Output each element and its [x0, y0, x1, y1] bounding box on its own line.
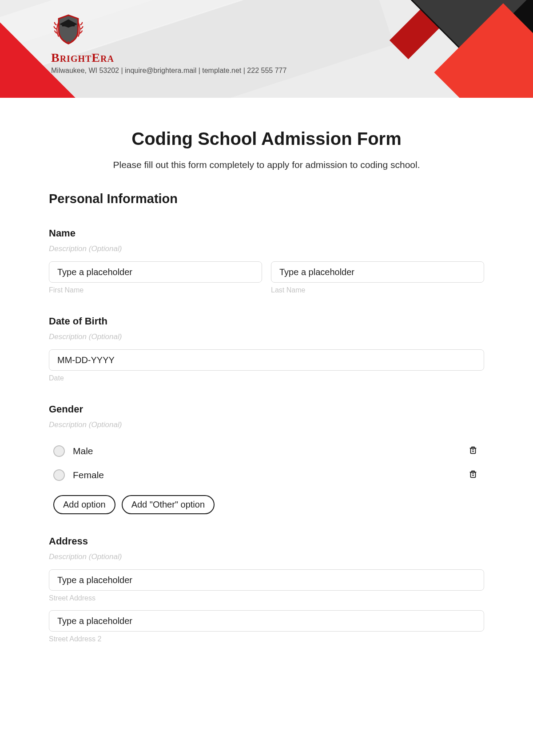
radio-male[interactable] [53, 445, 65, 457]
field-label-dob: Date of Birth [49, 316, 484, 327]
form-body: Coding School Admission Form Please fill… [0, 98, 533, 669]
brand-contact-line: Milwaukee, WI 53202 | inquire@brightera.… [51, 67, 533, 75]
field-description: Description (Optional) [49, 420, 484, 429]
radio-female[interactable] [53, 469, 65, 481]
field-description: Description (Optional) [49, 244, 484, 253]
svg-rect-6 [471, 472, 476, 477]
section-personal-information: Personal Information [49, 192, 484, 206]
field-description: Description (Optional) [49, 332, 484, 341]
sublabel-first-name: First Name [49, 286, 262, 294]
street-address-input[interactable] [49, 569, 484, 591]
svg-point-4 [71, 40, 72, 41]
letterhead-header: BrightEra Milwaukee, WI 53202 | inquire@… [0, 0, 533, 98]
field-label-address: Address [49, 536, 484, 547]
sublabel-date: Date [49, 374, 484, 382]
add-other-option-button[interactable]: Add "Other" option [122, 495, 215, 514]
field-gender: Gender Description (Optional) Male Femal… [49, 404, 484, 514]
gender-option-row: Female [49, 463, 484, 487]
brand-name: BrightEra [51, 51, 533, 65]
svg-point-2 [64, 40, 66, 41]
svg-point-3 [68, 41, 69, 43]
first-name-input[interactable] [49, 261, 262, 283]
dob-input[interactable] [49, 349, 484, 371]
field-name: Name Description (Optional) First Name L… [49, 228, 484, 294]
brand-block: BrightEra Milwaukee, WI 53202 | inquire@… [0, 0, 533, 75]
last-name-input[interactable] [271, 261, 484, 283]
radio-label-male: Male [73, 446, 93, 456]
field-label-name: Name [49, 228, 484, 239]
sublabel-street-address-2: Street Address 2 [49, 635, 484, 643]
brand-logo-icon [51, 12, 86, 47]
field-description: Description (Optional) [49, 552, 484, 561]
field-date-of-birth: Date of Birth Description (Optional) Dat… [49, 316, 484, 382]
field-label-gender: Gender [49, 404, 484, 415]
street-address-2-input[interactable] [49, 610, 484, 632]
trash-icon[interactable] [468, 468, 478, 482]
add-option-button[interactable]: Add option [53, 495, 115, 514]
svg-rect-5 [471, 448, 476, 453]
trash-icon[interactable] [468, 444, 478, 458]
sublabel-street-address: Street Address [49, 594, 484, 602]
form-title: Coding School Admission Form [49, 129, 484, 149]
field-address: Address Description (Optional) Street Ad… [49, 536, 484, 643]
form-subtitle: Please fill out this form completely to … [49, 160, 484, 170]
gender-option-row: Male [49, 439, 484, 463]
radio-label-female: Female [73, 470, 104, 480]
sublabel-last-name: Last Name [271, 286, 484, 294]
